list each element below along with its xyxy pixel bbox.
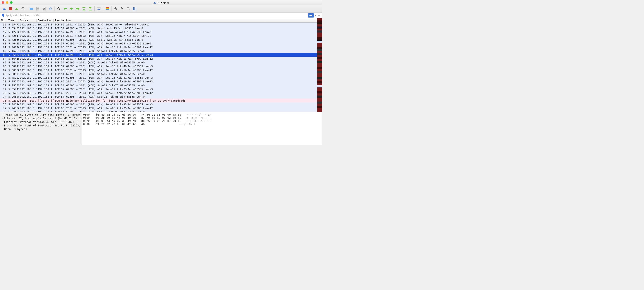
cell-source: 192.168.1.1 xyxy=(19,107,36,110)
go-to-last-button[interactable] xyxy=(87,6,93,12)
column-source[interactable]: Source xyxy=(19,19,36,22)
packet-row[interactable]: 595.425362192.168.1.2192.168.1.1TCP54623… xyxy=(0,38,317,41)
packet-minimap[interactable] xyxy=(317,18,322,112)
packet-row[interactable]: 645.564156192.168.1.1192.168.1.2TCP66200… xyxy=(0,57,317,60)
packet-row[interactable]: 755.928027fe80::1cd9:2773:dd…ff02::1:ffb… xyxy=(0,99,317,102)
go-forward-button[interactable] xyxy=(68,6,74,12)
column-info[interactable]: Info xyxy=(65,19,317,22)
cell-info: 62393 → 2001 [PSH, ACK] Seq=16 Ack=61 Wi… xyxy=(65,76,317,79)
hex-line[interactable]: 0030ff ff a2 2f 00 00 4f 4e 46···/··ON F xyxy=(83,122,320,126)
detail-line[interactable]: ›Internet Protocol Version 4, Src: 192.1… xyxy=(1,120,80,124)
go-to-first-button[interactable] xyxy=(81,6,87,12)
start-capture-button[interactable] xyxy=(1,6,7,12)
packet-row[interactable]: 745.863088192.168.1.2192.168.1.1TCP54623… xyxy=(0,95,317,99)
packet-row[interactable]: 715.753552192.168.1.2192.168.1.1TCP54623… xyxy=(0,83,317,87)
packet-row[interactable]: 735.862874192.168.1.1192.168.1.2TCP66200… xyxy=(0,91,317,95)
column-protocol[interactable]: Protocol xyxy=(54,19,60,22)
packet-list[interactable]: No. Time Source Destination Protocol Len… xyxy=(0,18,317,112)
cell-source: 192.168.1.1 xyxy=(19,69,36,72)
packet-row[interactable]: 575.422067192.168.1.2192.168.1.1TCP57623… xyxy=(0,30,317,34)
bookmark-icon[interactable] xyxy=(1,14,4,17)
zoom-reset-button[interactable]: 1 xyxy=(126,6,131,12)
cell-source: 192.168.1.2 xyxy=(19,65,36,68)
cell-destination: 192.168.1.2 xyxy=(36,80,54,83)
cell-time: 5.685584 xyxy=(7,69,19,72)
cell-no: 62 xyxy=(0,49,7,52)
cell-source: 192.168.1.2 xyxy=(19,53,36,56)
go-back-button[interactable] xyxy=(62,6,68,12)
add-filter-button[interactable]: + xyxy=(317,13,321,17)
open-file-button[interactable] xyxy=(28,6,34,12)
expand-caret-icon[interactable]: › xyxy=(1,113,3,116)
packet-row[interactable]: 665.682114192.168.1.2192.168.1.1TCP57623… xyxy=(0,64,317,68)
capture-options-button[interactable] xyxy=(20,6,26,12)
apply-filter-button[interactable] xyxy=(308,13,314,17)
cell-destination: 192.168.1.2 xyxy=(36,69,54,72)
minimize-window-button[interactable] xyxy=(6,1,8,4)
find-packet-button[interactable] xyxy=(56,6,62,12)
expand-caret-icon[interactable]: › xyxy=(1,117,3,120)
hex-line[interactable]: 002001 01 f3 b9 07 d1 49 c0 8e 25 00 00 … xyxy=(83,119,320,122)
stop-capture-button[interactable] xyxy=(8,6,13,12)
minimap-slice xyxy=(317,57,322,59)
svg-rect-3 xyxy=(36,7,39,10)
packet-list-header[interactable]: No. Time Source Destination Protocol Len… xyxy=(0,18,317,22)
packet-row[interactable]: 705.753371192.168.1.1192.168.1.2TCP66200… xyxy=(0,80,317,83)
expand-caret-icon[interactable]: › xyxy=(1,120,3,123)
resize-columns-button[interactable] xyxy=(132,6,138,12)
expand-caret-icon[interactable]: › xyxy=(1,124,3,127)
hex-line[interactable]: 001000 2b 00 00 40 00 40 06 b7 79 c0 a8 … xyxy=(83,116,320,119)
go-to-packet-button[interactable] xyxy=(75,6,80,12)
expand-caret-icon[interactable]: › xyxy=(1,127,3,131)
colorize-button[interactable] xyxy=(104,6,110,12)
cell-info: 62393 → 2001 [PSH, ACK] Seq=7 Ack=25 Win… xyxy=(65,42,317,45)
minimap-slice xyxy=(317,18,322,20)
packet-details-pane[interactable]: ›Frame 63: 57 bytes on wire (456 bits), … xyxy=(0,112,82,145)
packet-row[interactable]: 775.943860192.168.1.1192.168.1.2TCP66200… xyxy=(0,106,317,110)
zoom-out-button[interactable] xyxy=(119,6,125,12)
packet-row[interactable]: 605.464153192.168.1.2192.168.1.1TCP57623… xyxy=(0,41,317,45)
auto-scroll-button[interactable] xyxy=(96,6,102,12)
maximize-window-button[interactable] xyxy=(10,1,12,4)
detail-line[interactable]: ›Ethernet II, Src: Apple_5e:de:d3 (bc:d0… xyxy=(1,117,80,120)
packet-row[interactable]: 615.467469192.168.1.1192.168.1.2TCP66200… xyxy=(0,45,317,49)
column-no[interactable]: No. xyxy=(0,19,7,22)
packet-row[interactable]: 785.944039192.168.1.2192.168.1.1TCP54623… xyxy=(0,110,317,112)
column-destination[interactable]: Destination xyxy=(36,19,54,22)
cell-time: 5.685714 xyxy=(7,72,19,75)
packet-row[interactable]: 725.857435192.168.1.2192.168.1.1TCP57623… xyxy=(0,87,317,91)
packet-row[interactable]: 585.425176192.168.1.1192.168.1.2TCP66200… xyxy=(0,34,317,38)
cell-protocol: TCP xyxy=(54,110,60,112)
column-time[interactable]: Time xyxy=(7,19,19,22)
packet-row[interactable]: 635.556347192.168.1.2192.168.1.1TCP57623… xyxy=(0,53,317,57)
cell-length: 66 xyxy=(60,91,65,94)
packet-row[interactable]: 685.685714192.168.1.2192.168.1.1TCP54623… xyxy=(0,72,317,76)
close-window-button[interactable] xyxy=(2,1,4,4)
packet-bytes-pane[interactable]: 0000b6 8a 0a dd 0b eb bc d0 74 5e de d3 … xyxy=(82,112,322,145)
detail-text: Frame 63: 57 bytes on wire (456 bits), 5… xyxy=(4,113,82,116)
packet-row[interactable]: 655.564346192.168.1.2192.168.1.1TCP54623… xyxy=(0,61,317,64)
hex-line[interactable]: 0000b6 8a 0a dd 0b eb bc d0 74 5e de d3 … xyxy=(83,113,320,116)
packet-row[interactable]: 625.467613192.168.1.2192.168.1.1TCP54623… xyxy=(0,49,317,53)
packet-row[interactable]: 555.354733192.168.1.1192.168.1.2TCP66200… xyxy=(0,22,317,26)
zoom-in-button[interactable] xyxy=(113,6,119,12)
packet-row[interactable]: 565.354879192.168.1.2192.168.1.1TCP54623… xyxy=(0,26,317,30)
restart-capture-button[interactable] xyxy=(14,6,20,12)
detail-line[interactable]: ›Data (3 bytes) xyxy=(1,127,80,131)
cell-destination: 192.168.1.1 xyxy=(36,42,54,45)
close-file-button[interactable] xyxy=(41,6,47,12)
cell-info: 2001 → 62393 [PSH, ACK] Seq=85 Ack=25 Wi… xyxy=(65,107,317,110)
cell-length: 66 xyxy=(60,34,65,37)
dropdown-icon[interactable]: ▾ xyxy=(315,14,316,17)
reload-file-button[interactable] xyxy=(48,6,53,12)
display-filter-input[interactable] xyxy=(4,13,308,17)
detail-line[interactable]: ›Frame 63: 57 bytes on wire (456 bits), … xyxy=(1,113,80,117)
cell-source: 192.168.1.2 xyxy=(19,27,36,30)
packet-row[interactable]: 765.941806192.168.1.2192.168.1.1TCP57623… xyxy=(0,102,317,106)
column-length[interactable]: Length xyxy=(60,19,65,22)
minimap-slice xyxy=(317,75,322,77)
save-file-button[interactable] xyxy=(35,6,41,12)
packet-row[interactable]: 675.685584192.168.1.1192.168.1.2TCP66200… xyxy=(0,68,317,72)
packet-row[interactable]: 695.751229192.168.1.2192.168.1.1TCP57623… xyxy=(0,76,317,80)
detail-line[interactable]: ›Transmission Control Protocol, Src Port… xyxy=(1,124,80,127)
